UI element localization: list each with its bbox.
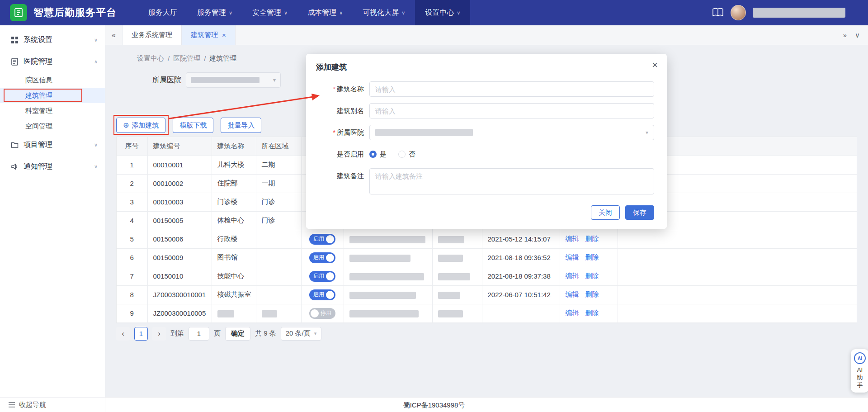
hospital-select[interactable]: ▾ bbox=[369, 125, 654, 140]
edit-link[interactable]: 编辑 bbox=[566, 235, 579, 242]
nav-visual-screen[interactable]: 可视化大屏∨ bbox=[353, 0, 415, 25]
delete-link[interactable]: 删除 bbox=[585, 272, 599, 279]
redacted-value-block bbox=[375, 129, 473, 136]
toggle-label: 启用 bbox=[313, 272, 324, 280]
sidebar-item-system-settings[interactable]: 系统设置 ∨ bbox=[0, 29, 105, 51]
prev-page-button[interactable]: ‹ bbox=[116, 327, 130, 341]
user-avatar[interactable] bbox=[731, 5, 746, 20]
toggle-label: 启用 bbox=[313, 235, 324, 243]
breadcrumb-item[interactable]: 设置中心 bbox=[137, 54, 164, 63]
edit-link[interactable]: 编辑 bbox=[566, 272, 579, 279]
modal-save-button[interactable]: 保存 bbox=[625, 205, 654, 220]
page-number-button[interactable]: 1 bbox=[134, 327, 148, 341]
page-footer: 蜀ICP备19034998号 bbox=[0, 397, 868, 412]
status-toggle-off[interactable]: 停用 bbox=[309, 308, 335, 319]
edit-link[interactable]: 编辑 bbox=[566, 309, 579, 317]
sidebar-item-notice-mgmt[interactable]: 通知管理 ∨ bbox=[0, 156, 105, 177]
required-asterisk: * bbox=[333, 128, 335, 136]
ai-assistant-label: AI bbox=[851, 366, 868, 374]
delete-link[interactable]: 删除 bbox=[585, 235, 599, 242]
col-header-area: 所在区域 bbox=[256, 137, 301, 156]
sidebar-child-label: 空间管理 bbox=[25, 122, 52, 131]
edit-link[interactable]: 编辑 bbox=[566, 290, 579, 298]
redacted-cell-block bbox=[438, 292, 460, 299]
edit-link[interactable]: 编辑 bbox=[566, 253, 579, 261]
delete-link[interactable]: 删除 bbox=[585, 290, 599, 298]
add-building-label: 添加建筑 bbox=[132, 121, 159, 130]
nav-security-mgmt[interactable]: 安全管理∨ bbox=[242, 0, 297, 25]
template-download-button[interactable]: 模版下载 bbox=[173, 118, 213, 133]
redacted-value-block bbox=[191, 77, 259, 83]
nav-settings-center[interactable]: 设置中心∨ bbox=[415, 0, 470, 25]
batch-import-label: 批量导入 bbox=[227, 121, 255, 130]
building-alias-input[interactable] bbox=[369, 103, 654, 118]
add-building-button[interactable]: ⊕ 添加建筑 bbox=[116, 118, 165, 133]
building-name-input[interactable] bbox=[369, 81, 654, 97]
tab-close-icon[interactable]: × bbox=[222, 31, 226, 39]
toggle-label: 启用 bbox=[313, 291, 324, 298]
modal-body: *建筑名称 建筑别名 *所属医院 ▾ 是否启用 是 否 bbox=[306, 81, 667, 194]
icp-record-label: 蜀ICP备19034998号 bbox=[403, 398, 465, 412]
breadcrumb-separator: / bbox=[204, 55, 206, 62]
next-page-button[interactable]: › bbox=[152, 327, 166, 341]
sidebar-children: 院区信息 建筑管理 科室管理 空间管理 bbox=[0, 72, 105, 134]
chevron-down-icon: ∨ bbox=[401, 10, 405, 16]
header-right bbox=[712, 5, 845, 20]
remark-textarea[interactable] bbox=[369, 168, 654, 194]
tab-list-chevron-icon[interactable]: ∨ bbox=[855, 31, 860, 39]
scroll-left-glyph: « bbox=[112, 31, 116, 39]
docs-book-icon[interactable] bbox=[712, 8, 724, 18]
page-size-value: 20 条/页 bbox=[286, 329, 311, 338]
modal-footer: 关闭 保存 bbox=[306, 205, 667, 220]
sidebar-item-hospital-mgmt[interactable]: 医院管理 ∧ bbox=[0, 51, 105, 72]
status-toggle-on[interactable]: 启用 bbox=[309, 234, 335, 245]
delete-link[interactable]: 删除 bbox=[585, 309, 599, 317]
batch-import-button[interactable]: 批量导入 bbox=[221, 118, 261, 133]
modal-close-icon[interactable]: × bbox=[652, 60, 658, 70]
nav-service-mgmt[interactable]: 服务管理∨ bbox=[187, 0, 242, 25]
radio-no[interactable]: 否 bbox=[398, 150, 415, 159]
required-asterisk: * bbox=[333, 85, 335, 93]
project-icon bbox=[10, 140, 19, 149]
page-size-select[interactable]: 20 条/页 ▾ bbox=[281, 327, 322, 341]
sidebar-item-project-mgmt[interactable]: 项目管理 ∨ bbox=[0, 134, 105, 156]
radio-yes[interactable]: 是 bbox=[369, 150, 387, 159]
ai-assistant-button[interactable]: AI AI 助 手 bbox=[851, 349, 868, 393]
tab-scroll-left-icon[interactable]: « bbox=[105, 25, 123, 45]
hospital-icon bbox=[10, 57, 19, 66]
nav-service-hall[interactable]: 服务大厅 bbox=[138, 0, 187, 25]
collapse-nav-label: 收起导航 bbox=[19, 401, 46, 409]
tab-scroll-right-icon[interactable]: » bbox=[843, 31, 847, 39]
ai-assistant-label: 助 bbox=[851, 374, 868, 381]
ai-icon: AI bbox=[854, 352, 866, 364]
sidebar-item-campus-info[interactable]: 院区信息 bbox=[0, 72, 105, 88]
nav-cost-mgmt[interactable]: 成本管理∨ bbox=[297, 0, 353, 25]
redacted-cell-block bbox=[438, 310, 463, 317]
table-row: 9 JZ000300010005 停用 编辑删除 bbox=[117, 304, 857, 322]
status-toggle-on[interactable]: 启用 bbox=[309, 289, 335, 300]
add-building-modal: 添加建筑 × *建筑名称 建筑别名 *所属医院 ▾ 是否启用 是 bbox=[306, 54, 667, 229]
sidebar-item-department-mgmt[interactable]: 科室管理 bbox=[0, 103, 105, 118]
status-toggle-on[interactable]: 启用 bbox=[309, 252, 335, 263]
goto-confirm-button[interactable]: 确定 bbox=[225, 327, 250, 341]
delete-link[interactable]: 删除 bbox=[585, 253, 599, 261]
username-redacted-block bbox=[753, 8, 845, 18]
enabled-label: 是否启用 bbox=[306, 147, 369, 162]
tab-business-system-mgmt[interactable]: 业务系统管理 bbox=[123, 25, 182, 45]
goto-page-input[interactable] bbox=[189, 327, 209, 341]
breadcrumb-item[interactable]: 医院管理 bbox=[173, 54, 200, 63]
tab-building-mgmt[interactable]: 建筑管理 × bbox=[182, 25, 236, 45]
chevron-down-icon: ∨ bbox=[339, 10, 343, 16]
hospital-filter-select[interactable]: ▾ bbox=[186, 72, 281, 88]
modal-close-button[interactable]: 关闭 bbox=[591, 205, 620, 220]
sidebar-item-space-mgmt[interactable]: 空间管理 bbox=[0, 118, 105, 134]
sidebar-child-label: 建筑管理 bbox=[25, 91, 52, 100]
chevron-down-icon: ∨ bbox=[94, 37, 98, 43]
sidebar-item-building-mgmt[interactable]: 建筑管理 bbox=[0, 88, 105, 103]
breadcrumb-item-current: 建筑管理 bbox=[209, 54, 236, 63]
chevron-up-icon: ∧ bbox=[94, 59, 98, 65]
toggle-knob bbox=[326, 254, 334, 262]
tab-bar-controls: » ∨ bbox=[835, 25, 868, 45]
collapse-nav-button[interactable]: 收起导航 bbox=[0, 397, 105, 412]
status-toggle-on[interactable]: 启用 bbox=[309, 271, 335, 282]
